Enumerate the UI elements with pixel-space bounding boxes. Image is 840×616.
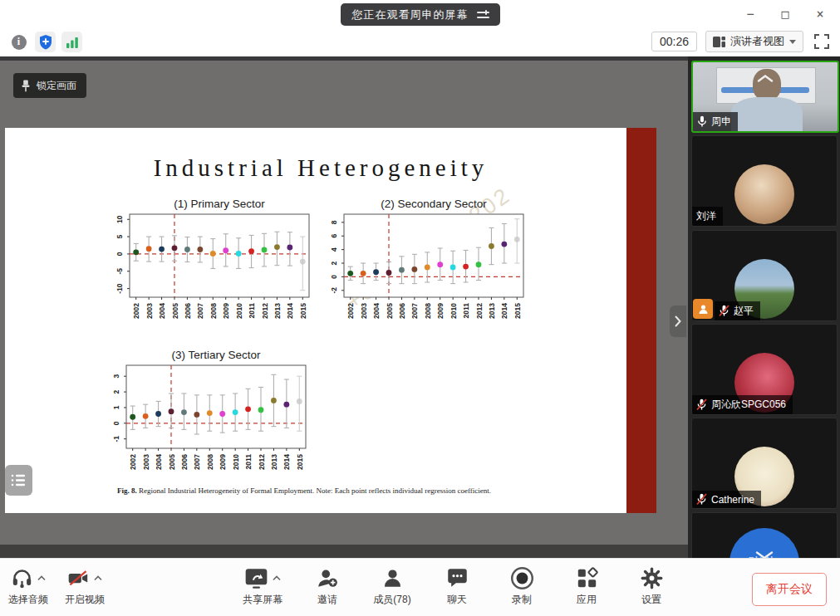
chat-button[interactable]: 聊天 [435, 565, 479, 607]
svg-text:8: 8 [330, 220, 338, 224]
svg-text:(3) Tertiary Sector: (3) Tertiary Sector [171, 349, 261, 361]
apps-icon [576, 567, 598, 589]
svg-text:2: 2 [112, 389, 120, 394]
toolbar-label: 设置 [641, 593, 661, 607]
participant-name: Catherine [711, 494, 754, 506]
participant-tile-catherine[interactable]: Catherine [691, 418, 838, 509]
apps-button[interactable]: 应用 [565, 565, 608, 607]
members-icon [381, 567, 404, 589]
network-signal-icon[interactable] [61, 32, 82, 52]
svg-text:4: 4 [330, 247, 338, 252]
sidebar-collapse-handle[interactable] [670, 306, 686, 337]
svg-text:(1) Primary Sector: (1) Primary Sector [174, 198, 265, 210]
chevron-up-icon[interactable] [273, 575, 281, 581]
mic-on-icon [697, 115, 707, 128]
svg-text:2003: 2003 [360, 303, 368, 319]
leave-meeting-button[interactable]: 离开会议 [752, 573, 827, 606]
svg-text:2012: 2012 [261, 303, 269, 319]
svg-text:-10: -10 [115, 283, 124, 294]
fullscreen-button[interactable] [812, 32, 832, 51]
viewing-banner-text: 您正在观看周申的屏幕 [352, 7, 469, 22]
svg-text:2005: 2005 [171, 303, 179, 319]
participant-tile-zhouqinxin[interactable]: 周沁欣SPGC056 [691, 324, 838, 415]
slide-accent-bar [626, 128, 656, 513]
meeting-timer: 00:26 [651, 32, 697, 51]
start-video-button[interactable]: 开启视频 [63, 565, 106, 607]
svg-text:2014: 2014 [500, 303, 508, 319]
svg-text:-5: -5 [115, 268, 124, 275]
participant-name: 周沁欣SPGC056 [711, 398, 786, 412]
svg-text:2015: 2015 [296, 454, 304, 470]
svg-text:2012: 2012 [475, 303, 484, 319]
svg-text:2002: 2002 [129, 454, 137, 470]
svg-text:3: 3 [112, 374, 120, 379]
meeting-toolbar: 选择音频 开启视频 [0, 558, 840, 616]
svg-text:2007: 2007 [193, 454, 201, 470]
settings-button[interactable]: 设置 [630, 565, 673, 607]
svg-text:2013: 2013 [273, 303, 282, 319]
meeting-window: 您正在观看周申的屏幕 − □ × i [0, 0, 840, 616]
toolbar-label: 应用 [577, 593, 597, 607]
mic-muted-icon [696, 398, 707, 411]
chevron-up-icon[interactable] [37, 575, 46, 581]
svg-text:2008: 2008 [209, 303, 218, 319]
lock-view-button[interactable]: 锁定画面 [13, 73, 86, 98]
minimize-button[interactable]: − [739, 3, 762, 25]
svg-text:2008: 2008 [424, 303, 432, 319]
window-controls: − □ × [739, 0, 832, 28]
fullscreen-icon [814, 34, 829, 49]
record-icon [510, 566, 534, 590]
svg-text:2009: 2009 [222, 303, 230, 319]
participant-name: 赵平 [734, 304, 754, 318]
svg-text:2011: 2011 [248, 303, 256, 319]
svg-text:2011: 2011 [244, 454, 253, 470]
caption-list-button[interactable] [5, 465, 32, 496]
meeting-info-icon[interactable]: i [8, 32, 29, 52]
svg-text:2004: 2004 [158, 303, 166, 319]
screen-options-icon[interactable] [477, 9, 492, 21]
svg-text:2013: 2013 [270, 454, 278, 470]
svg-text:2003: 2003 [145, 303, 154, 319]
svg-text:2009: 2009 [436, 303, 445, 319]
svg-text:2003: 2003 [142, 454, 150, 470]
svg-text:2015: 2015 [513, 303, 522, 319]
collapse-down-button[interactable] [755, 548, 774, 558]
status-bar: i 00:26 [0, 28, 840, 56]
security-shield-icon[interactable] [35, 32, 56, 52]
close-button[interactable]: × [808, 3, 832, 25]
svg-text:2007: 2007 [410, 303, 419, 319]
svg-text:2004: 2004 [372, 303, 381, 319]
svg-text:2005: 2005 [386, 303, 394, 319]
chat-icon [446, 567, 469, 589]
toolbar-label: 录制 [512, 593, 532, 607]
share-screen-button[interactable]: 共享屏幕 [241, 565, 284, 607]
participant-tile-zhaoping[interactable]: 赵平 [691, 230, 838, 321]
select-audio-button[interactable]: 选择音频 [7, 565, 50, 607]
headset-icon [11, 567, 33, 589]
collapse-up-button[interactable] [757, 71, 774, 86]
svg-text:2006: 2006 [180, 454, 189, 470]
svg-text:2: 2 [330, 261, 338, 265]
figure-caption-label: Fig. 8. [117, 486, 137, 495]
invite-icon [317, 567, 339, 589]
view-mode-label: 演讲者视图 [730, 34, 784, 49]
chevron-up-icon[interactable] [94, 575, 102, 581]
view-mode-button[interactable]: 演讲者视图 [705, 31, 803, 52]
participant-tile-liuyang[interactable]: 刘洋 [691, 135, 838, 227]
participant-tile-zhoushen[interactable]: 周申 [691, 61, 839, 133]
members-button[interactable]: 成员(78) [371, 565, 414, 607]
share-screen-icon [244, 567, 268, 589]
chart-tertiary-sector: (3) Tertiary Sector-10123200220032004200… [101, 347, 311, 490]
svg-text:2010: 2010 [232, 454, 240, 470]
svg-text:5: 5 [115, 234, 124, 238]
maximize-button[interactable]: □ [774, 3, 797, 25]
participant-name: 周申 [711, 115, 731, 129]
svg-text:2015: 2015 [299, 303, 307, 319]
layout-icon [713, 37, 725, 47]
lock-view-label: 锁定画面 [37, 79, 76, 93]
record-button[interactable]: 录制 [500, 565, 543, 607]
svg-text:2014: 2014 [286, 303, 294, 319]
slide-title: Industrial Heterogeneity [5, 154, 636, 182]
toolbar-label: 共享屏幕 [243, 593, 282, 607]
invite-button[interactable]: 邀请 [306, 565, 349, 607]
